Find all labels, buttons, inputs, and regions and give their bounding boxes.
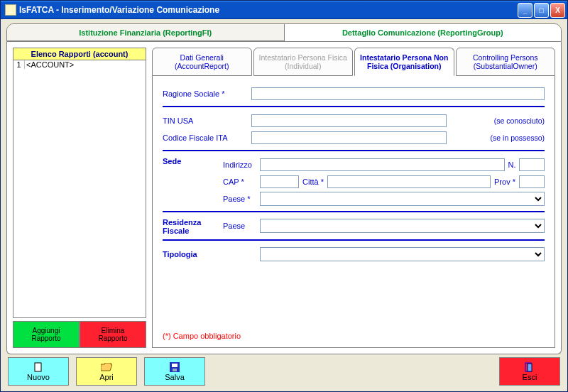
select-tipologia[interactable] <box>260 247 545 261</box>
svg-rect-0 <box>35 363 41 371</box>
separator <box>163 239 545 241</box>
new-icon <box>33 362 44 372</box>
client-area: Istituzione Finanziaria (ReportingFI) De… <box>1 19 567 391</box>
separator <box>163 211 545 212</box>
folder-open-icon <box>101 362 112 372</box>
titlebar: ⌂ IsFATCA - Inserimento/Variazione Comun… <box>1 1 567 19</box>
tab-organisation[interactable]: Intestatario Persona Non Fisica (Organis… <box>354 48 454 76</box>
save-icon <box>169 362 180 372</box>
left-buttons: Aggiungi Rapporto Elimina Rapporto <box>13 321 146 348</box>
new-button[interactable]: Nuovo <box>8 357 69 386</box>
svg-rect-6 <box>528 364 532 371</box>
label-ragione-sociale: Ragione Sociale * <box>163 89 251 98</box>
input-codice-fiscale[interactable] <box>251 131 447 144</box>
left-column: Elenco Rapporti (account) 1 <ACCOUNT> Ag… <box>13 48 146 348</box>
label-prov: Prov * <box>491 178 519 186</box>
label-tin-usa: TIN USA <box>163 116 251 125</box>
save-button[interactable]: Salva <box>144 357 205 386</box>
account-list-header: Elenco Rapporti (account) <box>13 48 146 60</box>
list-item[interactable]: 1 <ACCOUNT> <box>13 60 146 69</box>
hint-tin-usa: (se conosciuto) <box>494 116 545 125</box>
input-ragione-sociale[interactable] <box>251 87 545 100</box>
bottom-toolbar: Nuovo Apri Salva Esci <box>6 354 562 387</box>
tab-substantial-owner[interactable]: Controlling Persons (SubstantialOwner) <box>456 48 556 76</box>
tab-individual[interactable]: Intestatario Persona Fisica (Individual) <box>253 48 354 76</box>
tab-account-report[interactable]: Dati Generali (AccountReport) <box>152 48 252 76</box>
new-label: Nuovo <box>27 373 50 381</box>
row-number: 1 <box>13 60 25 69</box>
label-residenza: Residenza Fiscale <box>163 218 223 235</box>
exit-icon <box>524 362 535 372</box>
svg-rect-3 <box>172 364 178 367</box>
input-indirizzo[interactable] <box>260 158 505 171</box>
tab-reporting-group[interactable]: Dettaglio Comunicazione (ReportingGroup) <box>285 24 562 41</box>
separator <box>163 150 545 151</box>
label-citta: Città * <box>299 178 327 186</box>
right-column: Dati Generali (AccountReport) Intestatar… <box>152 48 555 348</box>
label-sede: Sede <box>163 157 223 165</box>
exit-button[interactable]: Esci <box>499 357 560 386</box>
page-body: Elenco Rapporti (account) 1 <ACCOUNT> Ag… <box>6 42 562 354</box>
app-icon: ⌂ <box>5 4 16 16</box>
tab-reporting-fi[interactable]: Istituzione Finanziaria (ReportingFI) <box>7 24 285 41</box>
add-account-button[interactable]: Aggiungi Rapporto <box>13 321 80 348</box>
label-tipologia: Tipologia <box>163 250 260 258</box>
select-paese-residenza[interactable] <box>260 219 545 233</box>
window-controls: _ □ X <box>518 3 565 18</box>
sub-tabs: Dati Generali (AccountReport) Intestatar… <box>152 48 555 76</box>
svg-marker-1 <box>101 363 112 371</box>
delete-account-button[interactable]: Elimina Rapporto <box>80 321 146 348</box>
input-numero[interactable] <box>519 158 545 171</box>
input-cap[interactable] <box>260 175 299 188</box>
close-button[interactable]: X <box>550 3 565 18</box>
maximize-button[interactable]: □ <box>534 3 549 18</box>
separator <box>163 106 545 107</box>
label-cap: CAP * <box>223 178 260 186</box>
input-citta[interactable] <box>327 175 491 188</box>
minimize-button[interactable]: _ <box>518 3 532 18</box>
svg-rect-4 <box>173 369 177 371</box>
row-value: <ACCOUNT> <box>25 60 146 69</box>
form-body: Ragione Sociale * TIN USA (se conosciuto… <box>152 76 555 348</box>
window-title: IsFATCA - Inserimento/Variazione Comunic… <box>19 5 518 15</box>
label-paese-residenza: Paese <box>223 222 260 230</box>
top-tabs: Istituzione Finanziaria (ReportingFI) De… <box>6 23 562 42</box>
hint-codice-fiscale: (se in possesso) <box>491 134 545 142</box>
required-footnote: (*) Campo obbligatorio <box>163 332 241 340</box>
label-paese-sede: Paese * <box>223 195 260 203</box>
label-codice-fiscale: Codice Fiscale ITA <box>163 134 251 142</box>
select-paese-sede[interactable] <box>260 192 545 206</box>
label-indirizzo: Indirizzo <box>223 160 260 169</box>
label-numero: N. <box>505 160 519 169</box>
input-tin-usa[interactable] <box>251 114 447 127</box>
account-list[interactable]: 1 <ACCOUNT> <box>13 60 146 318</box>
exit-label: Esci <box>523 373 537 381</box>
open-label: Apri <box>99 373 114 381</box>
input-prov[interactable] <box>519 175 545 188</box>
app-window: ⌂ IsFATCA - Inserimento/Variazione Comun… <box>0 0 568 392</box>
open-button[interactable]: Apri <box>76 357 137 386</box>
save-label: Salva <box>165 373 185 381</box>
